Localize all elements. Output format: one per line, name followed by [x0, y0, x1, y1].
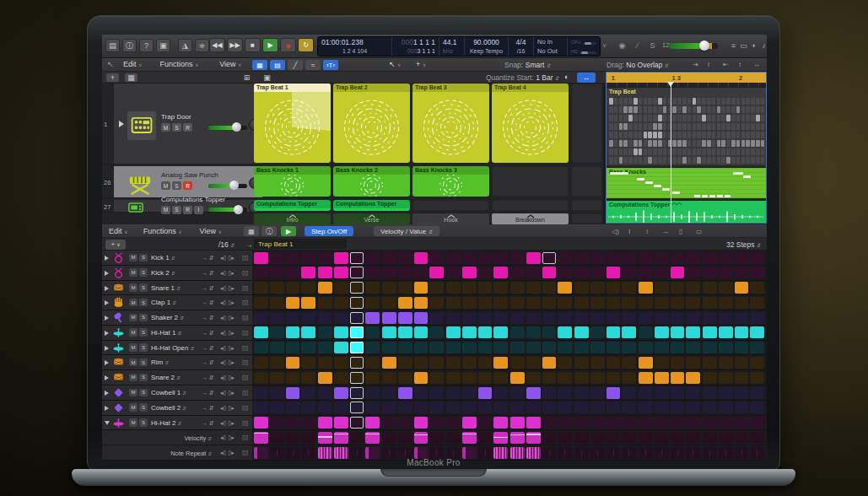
step-cell-on[interactable] [493, 357, 508, 369]
step-cell-off[interactable] [622, 342, 636, 353]
row-solo-button[interactable]: S [139, 359, 148, 367]
step-cell-off[interactable] [318, 252, 332, 264]
velocity-cell[interactable] [286, 432, 300, 444]
step-cell-off[interactable] [429, 297, 444, 309]
velocity-cell[interactable] [429, 432, 444, 444]
step-cell-off[interactable] [446, 402, 461, 413]
track-volume-slider[interactable] [208, 184, 247, 188]
stop-button[interactable]: ■ [245, 38, 261, 52]
note-repeat-cell[interactable] [365, 447, 380, 459]
step-cell-off[interactable] [301, 252, 315, 264]
empty-cell-slot[interactable] [492, 200, 569, 211]
step-cell-off[interactable] [382, 342, 396, 353]
grid-view-icon[interactable]: ▦ [252, 60, 267, 70]
back-pointer-icon[interactable]: ↖ [107, 60, 114, 68]
bar-ruler[interactable]: 11 32 [607, 73, 766, 83]
step-cell-on[interactable] [286, 297, 300, 309]
note-repeat-cell[interactable] [558, 447, 572, 459]
row-rotate-control[interactable]: → ⇵ [202, 375, 214, 381]
step-cell-off[interactable] [414, 357, 429, 369]
empty-cell-slot[interactable] [571, 200, 602, 211]
mute-button[interactable]: M [161, 123, 170, 132]
step-cell-off[interactable] [318, 326, 332, 338]
step-cell-off[interactable] [350, 312, 364, 324]
step-cell-off[interactable] [686, 402, 700, 413]
empty-cell-slot[interactable] [571, 84, 602, 163]
step-cell-off[interactable] [622, 267, 636, 278]
step-cell-off[interactable] [703, 282, 717, 294]
step-cell-off[interactable] [286, 402, 300, 413]
step-cell-off[interactable] [365, 326, 380, 338]
step-cell-off[interactable] [462, 387, 477, 399]
step-cell-off[interactable] [350, 252, 364, 264]
step-cell-on[interactable] [558, 282, 572, 294]
velocity-cell[interactable] [478, 432, 493, 444]
step-cell-off[interactable] [655, 312, 669, 324]
step-cell-off[interactable] [446, 342, 461, 353]
step-cell-on[interactable] [750, 326, 764, 338]
step-cell-off[interactable] [446, 252, 461, 264]
step-cell-off[interactable] [493, 252, 508, 264]
step-cell-on[interactable] [398, 312, 412, 324]
step-cell-off[interactable] [301, 357, 315, 369]
track-volume-slider[interactable] [208, 126, 247, 130]
track-name[interactable]: Trap Door [161, 113, 191, 121]
velocity-cell[interactable] [270, 432, 284, 444]
row-solo-button[interactable]: S [139, 254, 148, 262]
step-cell-off[interactable] [735, 387, 749, 399]
step-cell-off[interactable] [703, 417, 717, 429]
pencil-icon[interactable]: ∕ [630, 39, 644, 52]
step-cell-off[interactable] [350, 417, 364, 429]
loop-cell[interactable]: Trap Beat 2 [333, 84, 410, 163]
velocity-cell[interactable] [334, 432, 348, 444]
speaker-icon[interactable]: ◁) [612, 228, 619, 235]
velocity-cell[interactable] [382, 432, 396, 444]
step-cell-off[interactable] [510, 267, 525, 278]
step-cell-on[interactable] [478, 326, 493, 338]
step-on-off-button[interactable]: Step On/Off [305, 226, 353, 236]
join-icon[interactable]: ⇤ [723, 61, 729, 68]
step-cell-off[interactable] [318, 312, 332, 324]
velocity-cell[interactable] [526, 432, 541, 444]
step-cell-off[interactable] [719, 282, 733, 294]
step-cell-off[interactable] [429, 387, 444, 399]
step-cell-off[interactable] [590, 312, 605, 324]
step-cell-off[interactable] [510, 326, 525, 338]
plus-tool[interactable]: + ∨ [416, 60, 426, 68]
step-cell-off[interactable] [429, 326, 444, 338]
ss-division-stepper[interactable]: /16 ⇵ [218, 240, 235, 249]
note-repeat-cell[interactable] [270, 447, 284, 459]
step-cell-off[interactable] [365, 282, 380, 294]
step-cell-on[interactable] [542, 357, 557, 369]
step-cell-off[interactable] [622, 387, 636, 399]
step-cell-off[interactable] [607, 252, 621, 264]
step-cell-off[interactable] [639, 387, 653, 399]
step-cell-off[interactable] [574, 342, 589, 353]
step-cell-off[interactable] [478, 372, 493, 384]
step-cell-off[interactable] [574, 417, 589, 429]
step-cell-off[interactable] [254, 372, 268, 384]
track-header-27[interactable]: Computations TopperMSRI [114, 200, 262, 213]
add-track-button[interactable]: + [105, 73, 120, 83]
step-cell-off[interactable] [607, 372, 621, 384]
step-cell-off[interactable] [270, 417, 284, 429]
step-cell-off[interactable] [622, 402, 636, 413]
step-cell-off[interactable] [655, 342, 669, 353]
step-cell-off[interactable] [703, 402, 717, 413]
quick-help-icon[interactable]: ? [139, 39, 154, 52]
step-cell-on[interactable] [493, 417, 508, 429]
step-cell-off[interactable] [750, 252, 764, 264]
metronome-icon[interactable]: ◮ [178, 39, 192, 52]
step-cell-on[interactable] [542, 267, 557, 278]
step-cell-off[interactable] [655, 282, 669, 294]
step-cell-off[interactable] [478, 357, 493, 369]
step-cell-on[interactable] [703, 326, 717, 338]
row-rotate-control[interactable]: → ⇵ [202, 285, 214, 292]
lcd-meters[interactable]: CPUHD [568, 37, 600, 56]
step-cell-off[interactable] [558, 417, 572, 429]
step-cell-on[interactable] [414, 252, 429, 264]
step-cell-on[interactable] [398, 387, 412, 399]
row-name[interactable]: Snare 2 ⇵ [151, 374, 181, 381]
note-repeat-cell[interactable] [398, 447, 412, 459]
step-cell-off[interactable] [510, 357, 525, 369]
